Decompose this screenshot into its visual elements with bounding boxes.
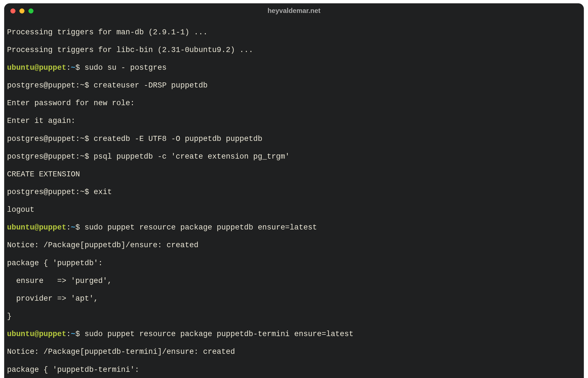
prompt-symbol: $: [75, 223, 80, 232]
output-line: Enter it again:: [7, 117, 581, 126]
prompt-line: ubuntu@puppet:~$ sudo puppet resource pa…: [7, 223, 581, 232]
prompt-postgres: postgres@puppet:~$: [7, 152, 89, 161]
terminal-window: heyvaldemar.net Processing triggers for …: [4, 3, 584, 378]
prompt-sep: :: [66, 64, 71, 72]
prompt-line: ubuntu@puppet:~$ sudo puppet resource pa…: [7, 330, 581, 339]
output-line: package { 'puppetdb':: [7, 259, 581, 268]
output-line: }: [7, 312, 581, 321]
output-line: Enter password for new role:: [7, 99, 581, 108]
titlebar: heyvaldemar.net: [4, 3, 584, 18]
prompt-sep: :: [66, 223, 71, 232]
command-text: exit: [89, 188, 112, 196]
terminal-body[interactable]: Processing triggers for man-db (2.9.1-1)…: [4, 18, 584, 378]
prompt-line: ubuntu@puppet:~$ sudo su - postgres: [7, 64, 581, 73]
prompt-postgres: postgres@puppet:~$: [7, 188, 89, 196]
prompt-symbol: $: [75, 330, 80, 338]
prompt-path: ~: [71, 330, 75, 338]
output-line: ensure => 'purged',: [7, 277, 581, 286]
output-line: provider => 'apt',: [7, 294, 581, 303]
output-line: Notice: /Package[puppetdb]/ensure: creat…: [7, 241, 581, 250]
output-line: Processing triggers for libc-bin (2.31-0…: [7, 46, 581, 55]
prompt-symbol: $: [75, 64, 80, 72]
prompt-line: postgres@puppet:~$ psql puppetdb -c 'cre…: [7, 152, 581, 161]
window-title: heyvaldemar.net: [4, 7, 584, 15]
prompt-user-host: ubuntu@puppet: [7, 223, 66, 232]
prompt-path: ~: [71, 223, 75, 232]
maximize-icon[interactable]: [28, 8, 33, 14]
output-line: Processing triggers for man-db (2.9.1-1)…: [7, 28, 581, 37]
command-text: sudo puppet resource package puppetdb-te…: [80, 330, 353, 338]
output-line: logout: [7, 206, 581, 215]
output-line: Notice: /Package[puppetdb-termini]/ensur…: [7, 348, 581, 357]
command-text: createdb -E UTF8 -O puppetdb puppetdb: [89, 135, 262, 143]
traffic-lights: [10, 8, 33, 14]
prompt-line: postgres@puppet:~$ createdb -E UTF8 -O p…: [7, 135, 581, 144]
minimize-icon[interactable]: [19, 8, 24, 14]
command-text: psql puppetdb -c 'create extension pg_tr…: [89, 152, 290, 161]
command-text: sudo puppet resource package puppetdb en…: [80, 223, 317, 232]
prompt-user-host: ubuntu@puppet: [7, 64, 66, 72]
close-icon[interactable]: [10, 8, 15, 14]
prompt-path: ~: [71, 64, 75, 72]
prompt-postgres: postgres@puppet:~$: [7, 135, 89, 143]
prompt-sep: :: [66, 330, 71, 338]
prompt-line: postgres@puppet:~$ createuser -DRSP pupp…: [7, 81, 581, 90]
command-text: sudo su - postgres: [80, 64, 167, 72]
prompt-user-host: ubuntu@puppet: [7, 330, 66, 338]
output-line: CREATE EXTENSION: [7, 170, 581, 179]
output-line: package { 'puppetdb-termini':: [7, 366, 581, 375]
prompt-postgres: postgres@puppet:~$: [7, 81, 89, 90]
prompt-line: postgres@puppet:~$ exit: [7, 188, 581, 197]
command-text: createuser -DRSP puppetdb: [89, 81, 208, 90]
